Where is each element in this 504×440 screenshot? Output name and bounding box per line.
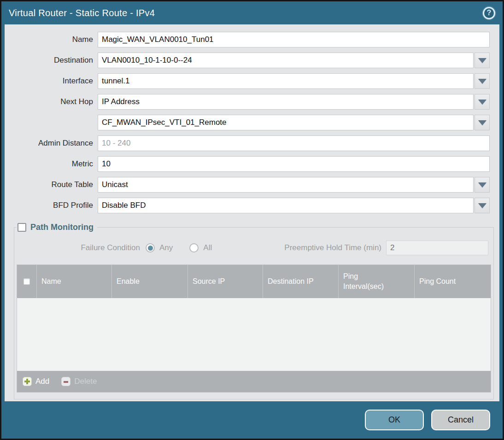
column-header-label: Destination IP [268,277,314,286]
route-table-dropdown-button[interactable] [475,177,490,193]
destination-row: Destination [5,53,490,68]
route-table-row: Route Table [5,177,490,193]
next-hop-row: Next Hop [5,94,490,110]
interface-row: Interface [5,73,490,89]
interface-input[interactable] [98,73,474,89]
path-monitoring-fieldset: Path Monitoring Failure Condition Any Al… [14,223,494,399]
failure-condition-row: Failure Condition Any All Preemptive Hol… [17,241,491,255]
preemptive-hold-time-label: Preemptive Hold Time (min) [284,243,381,252]
table-header-checkbox-cell [17,265,36,298]
column-header-label: Ping Interval(sec) [343,271,394,291]
radio-any-label: Any [159,243,173,252]
delete-button-label: Delete [74,377,97,386]
minus-icon [61,377,70,386]
content-panel: Name Destination Interface [5,24,499,401]
bfd-profile-row: BFD Profile [5,198,490,213]
column-header-label: Ping Count [419,277,456,286]
static-route-form: Name Destination Interface [5,24,499,213]
dialog-footer: OK Cancel [1,401,503,439]
destination-input[interactable] [98,53,474,68]
column-header-label: Name [41,277,61,286]
chevron-down-icon [478,203,486,208]
name-label: Name [5,35,98,44]
metric-input[interactable] [98,156,490,172]
title-bar: Virtual Router - Static Route - IPv4 ? [1,1,503,24]
next-hop-dropdown-button[interactable] [475,94,490,110]
admin-distance-label: Admin Distance [5,139,98,148]
failure-condition-label: Failure Condition [17,243,140,252]
column-header-label: Source IP [193,277,225,286]
column-header-name: Name [36,265,111,298]
name-input[interactable] [98,32,490,47]
route-table-select[interactable] [98,177,474,193]
radio-dot [192,246,197,251]
column-header-label: Enable [117,277,140,286]
path-monitoring-title: Path Monitoring [30,223,94,232]
column-header-source-ip: Source IP [188,265,263,298]
route-table-label: Route Table [5,180,98,189]
next-hop-address-input[interactable] [98,115,474,130]
help-icon[interactable]: ? [483,7,495,19]
admin-distance-input[interactable] [98,135,490,151]
path-monitoring-table: Name Enable Source IP Destination IP Pin… [17,264,491,393]
bfd-profile-dropdown-button[interactable] [475,198,490,213]
bfd-profile-label: BFD Profile [5,201,98,210]
column-header-ping-count: Ping Count [414,265,491,298]
plus-icon [23,377,32,386]
chevron-down-icon [478,120,486,125]
column-header-enable: Enable [111,265,188,298]
column-header-ping-interval: Ping Interval(sec) [338,265,414,298]
chevron-down-icon [478,100,486,105]
destination-label: Destination [5,56,98,65]
chevron-down-icon [478,182,486,188]
add-button[interactable]: Add [23,377,49,386]
next-hop-select[interactable] [98,94,474,110]
dialog-window: Virtual Router - Static Route - IPv4 ? N… [0,0,504,440]
path-monitoring-legend: Path Monitoring [17,223,97,232]
interface-dropdown-button[interactable] [475,73,490,89]
table-header: Name Enable Source IP Destination IP Pin… [17,265,491,298]
next-hop-label: Next Hop [5,97,98,106]
next-hop-address-row [5,115,490,130]
path-monitoring-checkbox[interactable] [18,223,26,232]
delete-button: Delete [61,377,97,386]
add-button-label: Add [35,377,49,386]
admin-distance-row: Admin Distance [5,135,490,151]
select-all-checkbox[interactable] [23,278,30,285]
dialog-title: Virtual Router - Static Route - IPv4 [9,8,155,18]
column-header-destination-ip: Destination IP [263,265,338,298]
cancel-button[interactable]: Cancel [431,410,490,430]
table-body [17,298,491,371]
metric-label: Metric [5,159,98,169]
preemptive-hold-time-input [386,241,488,255]
table-footer: Add Delete [17,371,491,392]
bfd-profile-select[interactable] [98,198,474,213]
metric-row: Metric [5,156,490,172]
interface-label: Interface [5,76,98,86]
ok-button[interactable]: OK [365,410,424,430]
chevron-down-icon [478,58,486,63]
destination-dropdown-button[interactable] [475,53,490,68]
radio-all-label: All [203,243,212,252]
name-row: Name [5,32,490,47]
radio-any [146,243,155,252]
next-hop-address-dropdown-button[interactable] [475,115,490,130]
radio-dot [148,246,153,251]
chevron-down-icon [478,79,486,84]
radio-all [189,243,199,252]
